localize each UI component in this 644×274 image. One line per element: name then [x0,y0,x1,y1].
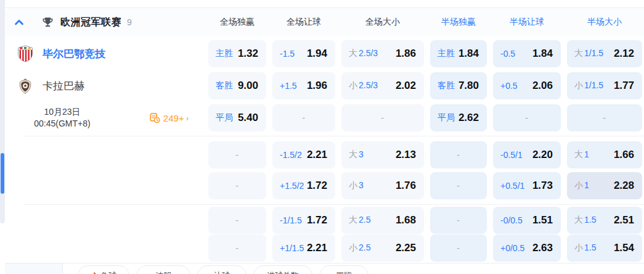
odds-cell[interactable]: 大2.5/31.86 [341,40,424,67]
odds-label: 大2.5 [349,215,370,226]
odds-cell-empty: - [430,141,487,168]
odds-cell[interactable]: 小1/1.51.77 [567,72,642,99]
league-header-left: 欧洲冠军联赛 9 [5,16,202,29]
odds-cell[interactable]: +0/0.52.63 [493,235,561,262]
overunder-prefix: 小 [574,80,583,90]
match-date: 10月23日 [5,106,120,118]
overunder-prefix: 小 [574,180,583,190]
odds-cell[interactable]: +0.52.06 [493,72,561,99]
odds-cell[interactable]: 客胜9.00 [208,72,266,99]
odds-row-away: 卡拉巴赫 客胜9.00 +1.51.96 小2.5/32.02 客胜7.80 +… [5,70,644,102]
odds-value: 1.76 [396,180,416,192]
odds-value: 1.51 [532,214,553,226]
odds-label: 大1 [574,149,589,160]
odds-value: 2.02 [396,80,416,92]
odds-label: -1.5/2 [280,150,302,160]
overunder-prefix: 大 [349,149,357,159]
odds-value: 1.96 [307,80,327,92]
odds-value: 1.84 [532,48,553,60]
odds-cell[interactable]: +0.5/11.73 [493,172,561,199]
home-team-crest-icon [17,45,33,62]
odds-cell[interactable]: -0/0.51.51 [493,207,561,234]
away-team[interactable]: 卡拉巴赫 [5,70,202,102]
odds-value: 1.32 [238,48,258,60]
match-info: 10月23日 00:45(GMT+8) 249+ › [5,102,202,134]
odds-cell[interactable]: 小2.5/32.02 [341,72,424,99]
odds-label: +0.5/1 [500,181,524,191]
odds-label: +0/0.5 [500,243,524,253]
odds-cell[interactable]: -1.51.94 [272,40,335,67]
odds-cell-highlighted[interactable]: 小12.28 [567,172,642,199]
market-tab-label: 角球 [100,270,116,274]
league-header[interactable]: 欧洲冠军联赛 9 全场独赢 全场让球 全场大小 半场独赢 半场让球 半场大小 [5,8,644,36]
column-header-fulltime-overunder: 全场大小 [341,17,424,28]
odds-value: 1.94 [307,48,327,60]
odds-row-alt: - +1.5/21.72 小31.76 - +0.5/11.73 小12.28 [5,170,644,201]
odds-value: 1.72 [307,214,327,226]
odds-cell[interactable]: +1.5/21.72 [272,172,335,199]
more-markets-link[interactable]: 249+ › [149,112,189,123]
odds-cell[interactable]: 主胜1.84 [430,40,487,67]
odds-value: 1.66 [614,149,634,161]
odds-group-main: 毕尔巴鄂竞技 主胜1.32 -1.51.94 大2.5/31.86 主胜1.84… [5,36,644,136]
odds-cell[interactable]: 大32.13 [341,141,424,168]
odds-cell[interactable]: 客胜7.80 [430,72,487,99]
odds-label: 小2.5 [349,243,370,254]
market-tab[interactable]: 角球 [78,265,129,274]
odds-cell[interactable]: 大2.51.68 [341,207,424,234]
overunder-prefix: 小 [349,180,357,190]
odds-cell[interactable]: +1.51.96 [272,72,335,99]
odds-cell-empty: - [493,104,561,131]
scrollbar-track[interactable] [0,0,5,223]
odds-value: 5.40 [238,112,258,124]
market-tab[interactable]: 进球总数 [253,265,312,274]
overunder-prefix: 大 [574,149,583,159]
chevron-down-icon [28,271,40,274]
home-team[interactable]: 毕尔巴鄂竞技 [5,38,202,70]
odds-cell-empty: - [430,235,487,262]
odds-value: 1.72 [307,180,327,192]
market-tab-label: 波胆 [155,270,171,274]
market-tab[interactable]: 罚牌 [319,265,369,274]
collapse-toggle[interactable] [5,264,63,274]
flame-icon [91,272,98,274]
odds-cell[interactable]: -0.51.84 [493,40,561,67]
scrollbar-thumb[interactable] [1,153,4,194]
odds-cell-empty: - [208,172,266,199]
odds-row-alt: - -1.5/22.21 大32.13 - -0.5/12.20 大11.66 [5,139,644,170]
odds-cell[interactable]: +1/1.52.21 [272,235,335,262]
market-tab-label: 进球总数 [267,270,299,274]
market-tab[interactable]: 让球 [197,265,247,274]
odds-cell[interactable]: 小2.52.25 [341,235,424,262]
market-tab[interactable]: 波胆 [136,265,190,274]
odds-value: 2.12 [614,48,634,60]
odds-value: 7.80 [459,80,479,92]
odds-label: -0.5 [500,49,515,59]
odds-label: 大1.5 [574,215,596,226]
odds-label: 主胜 [216,48,233,59]
collapse-chevron-up-icon[interactable] [13,16,25,28]
odds-label: -0.5/1 [500,150,523,160]
odds-value: 9.00 [238,80,258,92]
odds-cell[interactable]: 小1.51.54 [567,235,642,262]
odds-value: 2.06 [532,80,553,92]
odds-cell[interactable]: 大11.66 [567,141,642,168]
odds-cell[interactable]: 主胜1.32 [208,40,266,67]
odds-cell[interactable]: -0.5/12.20 [493,141,561,168]
odds-label: +0.5 [500,81,518,91]
odds-value: 2.28 [614,180,634,192]
odds-cell[interactable]: -1.5/22.21 [272,141,335,168]
odds-cell[interactable]: 大1.52.51 [567,207,642,234]
odds-cell[interactable]: -1/1.51.72 [272,207,335,234]
home-team-name: 毕尔巴鄂竞技 [43,47,105,61]
odds-cell[interactable]: 大1/1.52.12 [567,40,642,67]
odds-label: 大2.5/3 [349,48,378,59]
odds-cell[interactable]: 小31.76 [341,172,424,199]
league-match-count: 9 [127,17,132,27]
odds-cell[interactable]: 平局5.40 [208,104,266,131]
odds-cell[interactable]: 平局2.62 [430,104,487,131]
odds-value: 1.84 [459,48,479,60]
odds-cell-empty: - [208,207,266,234]
odds-label: +1.5/2 [280,181,304,191]
top-strip [5,0,644,8]
